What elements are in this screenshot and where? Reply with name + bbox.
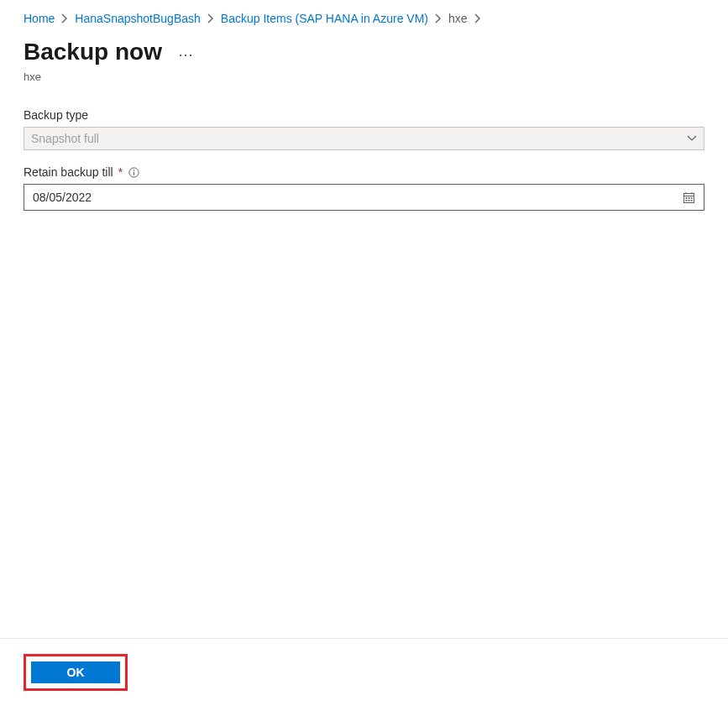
breadcrumb-link-home[interactable]: Home	[24, 12, 55, 25]
chevron-down-icon	[687, 135, 697, 142]
backup-type-value: Snapshot full	[31, 132, 99, 145]
chevron-right-icon	[207, 13, 214, 24]
breadcrumb-link-resource[interactable]: HanaSnapshotBugBash	[75, 12, 200, 25]
svg-rect-7	[691, 197, 693, 199]
footer: OK	[0, 638, 728, 711]
svg-point-1	[133, 170, 134, 171]
info-icon[interactable]	[128, 166, 139, 178]
retain-till-label: Retain backup till *	[24, 165, 704, 179]
required-indicator: *	[118, 165, 123, 179]
retain-till-value: 08/05/2022	[33, 191, 92, 204]
svg-rect-6	[689, 197, 690, 199]
breadcrumb: Home HanaSnapshotBugBash Backup Items (S…	[0, 0, 728, 32]
svg-rect-9	[689, 200, 690, 201]
svg-rect-10	[691, 200, 693, 201]
page-title: Backup now	[24, 39, 162, 65]
chevron-right-icon	[435, 13, 442, 24]
retain-till-label-text: Retain backup till	[24, 165, 113, 179]
ellipsis-icon: ⋯	[178, 45, 193, 64]
page-subtitle: hxe	[0, 71, 728, 108]
ok-button[interactable]: OK	[31, 661, 120, 683]
backup-type-label-text: Backup type	[24, 108, 88, 122]
backup-type-dropdown[interactable]: Snapshot full	[24, 127, 704, 150]
retain-till-input[interactable]: 08/05/2022	[24, 184, 704, 211]
backup-form: Backup type Snapshot full Retain backup …	[0, 108, 728, 211]
more-actions-button[interactable]: ⋯	[175, 42, 196, 62]
field-retain-till: Retain backup till * 08/05/2022	[24, 165, 704, 211]
chevron-right-icon	[474, 13, 481, 24]
chevron-right-icon	[61, 13, 68, 24]
svg-rect-8	[686, 200, 688, 201]
breadcrumb-link-backup-items[interactable]: Backup Items (SAP HANA in Azure VM)	[221, 12, 428, 25]
svg-rect-2	[134, 171, 134, 175]
svg-rect-5	[686, 197, 688, 199]
field-backup-type: Backup type Snapshot full	[24, 108, 704, 150]
page-header: Backup now ⋯	[0, 32, 728, 71]
breadcrumb-current[interactable]: hxe	[448, 12, 468, 25]
calendar-icon[interactable]	[683, 191, 695, 204]
ok-button-highlight: OK	[24, 654, 128, 691]
backup-type-label: Backup type	[24, 108, 704, 122]
